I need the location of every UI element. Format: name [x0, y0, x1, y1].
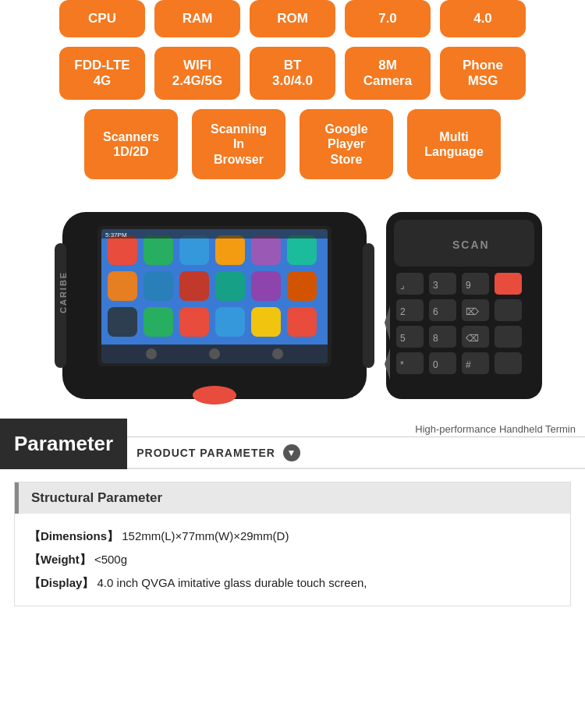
svg-text:3: 3 — [433, 280, 438, 291]
svg-rect-13 — [251, 271, 281, 301]
svg-text:5:37PM: 5:37PM — [105, 231, 127, 239]
svg-rect-10 — [144, 271, 173, 301]
svg-text:*: * — [400, 359, 404, 370]
svg-rect-19 — [251, 307, 281, 337]
field-display: 【Display】 4.0 inch QVGA imitative glass … — [29, 571, 556, 595]
field-label-display: 【Display】 — [29, 576, 94, 589]
svg-rect-16 — [144, 307, 173, 337]
parameter-product-label: PRODUCT PARAMETER ▼ — [127, 438, 585, 469]
parameter-section: Parameter High-performance Handheld Term… — [0, 419, 585, 469]
svg-rect-6 — [215, 235, 245, 265]
down-icon: ▼ — [283, 444, 300, 461]
svg-point-23 — [209, 348, 220, 359]
svg-text:⌦: ⌦ — [466, 306, 479, 317]
svg-text:CARIBE: CARIBE — [58, 271, 68, 313]
badge-cpu: CPU — [59, 0, 145, 37]
structural-header: Structural Parameter — [15, 482, 570, 514]
badge-rom: ROM — [250, 0, 335, 37]
badge-google-store: Google Player Store — [300, 109, 393, 179]
structural-section: Structural Parameter 【Dimensions】 152mm(… — [14, 482, 571, 606]
svg-rect-4 — [144, 235, 173, 265]
badges-section: CPU RAM ROM 7.0 4.0 FDD-LTE 4G WIFI 2.4G… — [0, 0, 585, 196]
device-section: 5:37PM CARIBE SCAN — [0, 196, 585, 411]
field-value-weight: <500g — [94, 553, 127, 566]
badge-fdd-lte: FDD-LTE 4G — [59, 47, 145, 100]
svg-rect-45 — [495, 326, 522, 348]
parameter-tagline: High-performance Handheld Termin — [127, 419, 585, 437]
svg-rect-17 — [179, 307, 209, 337]
field-label-weight: 【Weight】 — [29, 553, 91, 566]
badge-wifi: WIFI 2.4G/5G — [154, 47, 240, 100]
badge-scanning-browser: Scanning In Browser — [192, 109, 285, 179]
badge-version: 4.0 — [440, 0, 526, 37]
badge-ram: RAM — [154, 0, 240, 37]
svg-text:2: 2 — [400, 306, 406, 317]
svg-rect-49 — [495, 352, 522, 374]
svg-text:9: 9 — [466, 280, 471, 291]
svg-rect-9 — [108, 271, 137, 301]
badges-row-1: CPU RAM ROM 7.0 4.0 — [31, 0, 554, 37]
svg-text:0: 0 — [433, 359, 438, 370]
svg-rect-14 — [287, 271, 317, 301]
badges-row-2: FDD-LTE 4G WIFI 2.4G/5G BT 3.0/4.0 8M Ca… — [31, 47, 554, 100]
svg-point-22 — [146, 348, 157, 359]
svg-rect-11 — [179, 271, 209, 301]
field-value-dimensions: 152mm(L)×77mm(W)×29mm(D) — [122, 529, 289, 542]
svg-rect-28 — [363, 243, 374, 368]
svg-text:SCAN: SCAN — [452, 239, 490, 251]
svg-text:⌫: ⌫ — [466, 333, 479, 344]
svg-text:8: 8 — [433, 333, 438, 344]
device-image: 5:37PM CARIBE SCAN — [31, 204, 554, 411]
badges-row-3: Scanners 1D/2D Scanning In Browser Googl… — [31, 109, 554, 179]
svg-point-29 — [193, 386, 236, 405]
svg-rect-25 — [101, 229, 328, 239]
svg-rect-3 — [108, 235, 137, 265]
field-value-display: 4.0 inch QVGA imitative glass durable to… — [98, 576, 367, 589]
svg-rect-37 — [495, 273, 522, 295]
svg-text:5: 5 — [400, 333, 406, 344]
field-label-dimensions: 【Dimensions】 — [29, 529, 119, 542]
badge-scanners: Scanners 1D/2D — [84, 109, 178, 179]
svg-rect-8 — [287, 235, 317, 265]
svg-point-24 — [272, 348, 283, 359]
svg-rect-15 — [108, 307, 137, 337]
svg-rect-7 — [251, 235, 281, 265]
badge-bt: BT 3.0/4.0 — [250, 47, 335, 100]
field-dimensions: 【Dimensions】 152mm(L)×77mm(W)×29mm(D) — [29, 525, 556, 548]
svg-rect-20 — [287, 307, 317, 337]
svg-rect-41 — [495, 299, 522, 321]
svg-text:6: 6 — [433, 306, 438, 317]
badge-multi-language: Multi Language — [407, 109, 501, 179]
structural-content: 【Dimensions】 152mm(L)×77mm(W)×29mm(D) 【W… — [15, 514, 570, 606]
field-weight: 【Weight】 <500g — [29, 548, 556, 571]
svg-text:#: # — [466, 359, 471, 370]
badge-phone-msg: Phone MSG — [440, 47, 526, 100]
svg-rect-18 — [215, 307, 245, 337]
svg-text:⌟: ⌟ — [400, 280, 405, 291]
badge-android: 7.0 — [345, 0, 431, 37]
svg-rect-12 — [215, 271, 245, 301]
svg-rect-5 — [179, 235, 209, 265]
parameter-label: Parameter — [0, 419, 127, 469]
badge-camera: 8M Camera — [345, 47, 431, 100]
parameter-right: High-performance Handheld Termin PRODUCT… — [127, 419, 585, 469]
